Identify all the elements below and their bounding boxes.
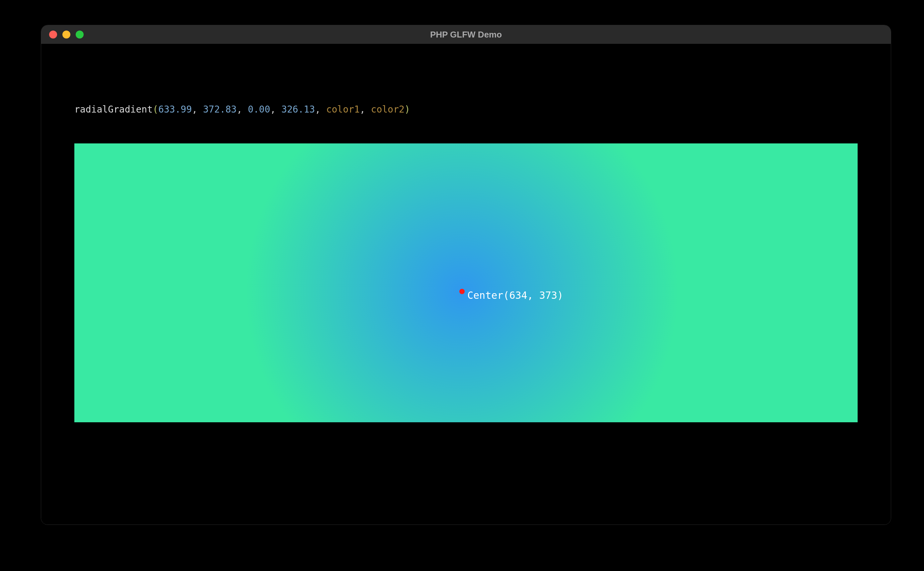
- content-area: radialGradient(633.99, 372.83, 0.00, 326…: [41, 44, 891, 525]
- code-comma: ,: [315, 104, 326, 115]
- gradient-rect: [74, 144, 858, 422]
- titlebar[interactable]: PHP GLFW Demo: [41, 25, 891, 44]
- code-fn: radialGradient: [74, 104, 152, 115]
- window-title: PHP GLFW Demo: [41, 29, 891, 40]
- code-line-1: radialGradient(633.99, 372.83, 0.00, 326…: [74, 100, 410, 119]
- app-window: PHP GLFW Demo radialGradient(633.99, 372…: [41, 25, 891, 525]
- code-paren-close: ): [405, 104, 410, 115]
- code-ident: color1: [326, 104, 360, 115]
- code-comma: ,: [192, 104, 203, 115]
- traffic-lights: [41, 31, 84, 39]
- code-comma: ,: [237, 104, 248, 115]
- center-label: Center(634, 373): [467, 290, 563, 301]
- center-marker-icon: [459, 289, 465, 294]
- close-icon[interactable]: [49, 31, 57, 39]
- code-arg: 0.00: [248, 104, 270, 115]
- code-comma: ,: [270, 104, 282, 115]
- code-comma: ,: [360, 104, 371, 115]
- code-arg: 372.83: [203, 104, 237, 115]
- code-paren-open: (: [152, 104, 158, 115]
- code-arg: 326.13: [282, 104, 315, 115]
- minimize-icon[interactable]: [62, 31, 70, 39]
- maximize-icon[interactable]: [75, 31, 84, 39]
- code-ident: color2: [371, 104, 405, 115]
- code-arg: 633.99: [158, 104, 192, 115]
